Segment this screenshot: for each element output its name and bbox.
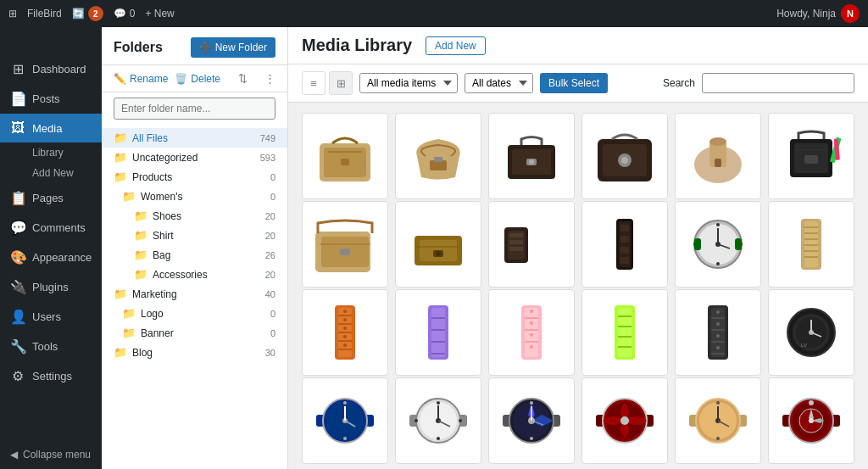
delete-button[interactable]: 🗑️ Delete xyxy=(175,73,220,85)
marketing-folder[interactable]: 📁 Marketing 40 xyxy=(102,284,287,304)
media-item[interactable] xyxy=(488,377,575,464)
folders-title: Folders xyxy=(114,40,163,55)
media-item[interactable] xyxy=(768,201,854,288)
media-toolbar: ≡ ⊞ All media items All dates Bulk Selec… xyxy=(288,64,868,103)
media-item[interactable] xyxy=(302,113,388,199)
media-submenu: Library Add New xyxy=(0,142,102,183)
accessories-icon: 📁 xyxy=(134,268,147,281)
media-item[interactable] xyxy=(581,201,668,288)
sort-icon[interactable]: ⇅ xyxy=(238,72,248,85)
sidebar-item-posts[interactable]: 📄 Posts xyxy=(0,84,102,114)
svg-point-74 xyxy=(343,343,347,347)
sidebar-item-users[interactable]: 👤 Users xyxy=(0,302,102,332)
media-item[interactable] xyxy=(675,113,761,199)
submenu-library[interactable]: Library xyxy=(0,142,102,163)
logo-folder[interactable]: 📁 Logo 0 xyxy=(114,304,287,323)
accessories-folder[interactable]: 📁 Accessories 20 xyxy=(125,265,287,284)
media-item[interactable] xyxy=(768,377,854,464)
media-library-title: Media Library xyxy=(302,36,412,55)
media-item[interactable] xyxy=(395,113,481,199)
blog-folder[interactable]: 📁 Blog 30 xyxy=(102,343,287,362)
appearance-icon: 🎨 xyxy=(10,249,25,265)
site-name[interactable]: FileBird xyxy=(27,8,62,20)
media-item[interactable] xyxy=(302,289,388,376)
list-view-button[interactable]: ≡ xyxy=(302,71,326,95)
blog-icon: 📁 xyxy=(114,346,127,359)
add-new-button[interactable]: Add New xyxy=(426,36,486,55)
media-item[interactable] xyxy=(395,201,481,288)
bulk-select-button[interactable]: Bulk Select xyxy=(540,73,608,93)
media-item[interactable] xyxy=(302,201,388,288)
collapse-label: Collapse menu xyxy=(23,449,91,461)
banner-folder[interactable]: 📁 Banner 0 xyxy=(114,323,287,343)
sidebar-item-settings[interactable]: ⚙ Settings xyxy=(0,361,102,391)
more-options-icon[interactable]: ⋮ xyxy=(264,72,275,85)
media-item[interactable] xyxy=(581,289,668,376)
site-name-text: FileBird xyxy=(27,8,62,20)
all-files-item[interactable]: 📁 All Files 749 xyxy=(102,128,287,148)
date-filter[interactable]: All dates xyxy=(465,73,533,93)
media-item[interactable] xyxy=(675,377,761,464)
avatar: N xyxy=(841,4,860,23)
sidebar-item-dashboard[interactable]: ⊞ Dashboard xyxy=(0,54,102,84)
uncategorized-item[interactable]: 📁 Uncategorized 593 xyxy=(102,148,287,167)
sidebar-item-comments[interactable]: 💬 Comments xyxy=(0,213,102,243)
comments-menu[interactable]: 💬 0 xyxy=(114,8,136,20)
svg-rect-20 xyxy=(804,155,818,164)
updates-menu[interactable]: 🔄 2 xyxy=(72,6,103,21)
media-item[interactable] xyxy=(488,201,575,288)
svg-point-87 xyxy=(530,321,533,325)
shirt-folder[interactable]: 📁 Shirt 20 xyxy=(125,226,287,245)
sidebar-item-appearance[interactable]: 🎨 Appearance xyxy=(0,243,102,272)
svg-point-71 xyxy=(343,318,347,321)
media-item[interactable] xyxy=(581,113,668,199)
submenu-add-new[interactable]: Add New xyxy=(0,163,102,183)
bag-folder[interactable]: 📁 Bag 26 xyxy=(125,245,287,265)
svg-point-132 xyxy=(459,419,462,422)
svg-rect-43 xyxy=(620,257,629,264)
media-item[interactable] xyxy=(395,377,481,464)
womens-children: 📁 Shoes 20 📁 Shirt 20 📁 Bag 26 xyxy=(114,206,287,284)
wp-logo[interactable]: ⊞ xyxy=(8,8,17,20)
sidebar-item-media[interactable]: 🖼 Media xyxy=(0,114,102,142)
sidebar-item-plugins[interactable]: 🔌 Plugins xyxy=(0,272,102,302)
products-folder[interactable]: 📁 Products 0 xyxy=(102,167,287,187)
svg-rect-41 xyxy=(620,236,629,243)
womens-folder[interactable]: 📁 Women's 0 xyxy=(114,187,287,206)
svg-rect-27 xyxy=(340,248,350,255)
folders-header: Folders ➕ New Folder xyxy=(102,27,287,65)
media-item[interactable] xyxy=(488,289,575,376)
rename-icon: ✏️ xyxy=(114,73,126,85)
shoes-folder[interactable]: 📁 Shoes 20 xyxy=(125,206,287,226)
folder-name-input[interactable] xyxy=(114,98,275,120)
media-type-filter[interactable]: All media items xyxy=(359,73,458,93)
user-menu[interactable]: Howdy, Ninja N xyxy=(776,4,860,23)
media-item[interactable] xyxy=(675,201,761,288)
sidebar-item-pages[interactable]: 📋 Pages xyxy=(0,183,102,213)
search-input[interactable] xyxy=(702,73,854,93)
media-panel: Media Library Add New ≡ ⊞ All media item… xyxy=(288,27,868,469)
rename-button[interactable]: ✏️ Rename xyxy=(114,73,168,85)
svg-point-102 xyxy=(716,310,720,314)
media-item[interactable] xyxy=(675,289,761,376)
collapse-menu-button[interactable]: ◀ Collapse menu xyxy=(0,440,102,469)
new-folder-label: New Folder xyxy=(215,42,267,53)
svg-rect-5 xyxy=(434,157,442,162)
media-item[interactable] xyxy=(768,113,854,199)
sidebar-item-tools[interactable]: 🔧 Tools xyxy=(0,332,102,361)
uncategorized-label: Uncategorized xyxy=(132,152,198,164)
media-item[interactable]: LV xyxy=(768,289,854,376)
svg-text:LV: LV xyxy=(801,343,807,348)
all-files-icon: 📁 xyxy=(114,131,127,144)
grid-view-button[interactable]: ⊞ xyxy=(329,71,353,95)
media-item[interactable] xyxy=(488,113,575,199)
media-item[interactable] xyxy=(395,289,481,376)
new-content-menu[interactable]: + New xyxy=(145,8,174,20)
svg-point-9 xyxy=(529,159,534,165)
media-item[interactable] xyxy=(581,377,668,464)
products-folder-icon: 📁 xyxy=(114,170,127,183)
media-item[interactable] xyxy=(302,377,388,464)
new-folder-button[interactable]: ➕ New Folder xyxy=(191,37,275,58)
bulk-select-label: Bulk Select xyxy=(548,77,599,89)
grid-view-icon: ⊞ xyxy=(337,77,346,90)
